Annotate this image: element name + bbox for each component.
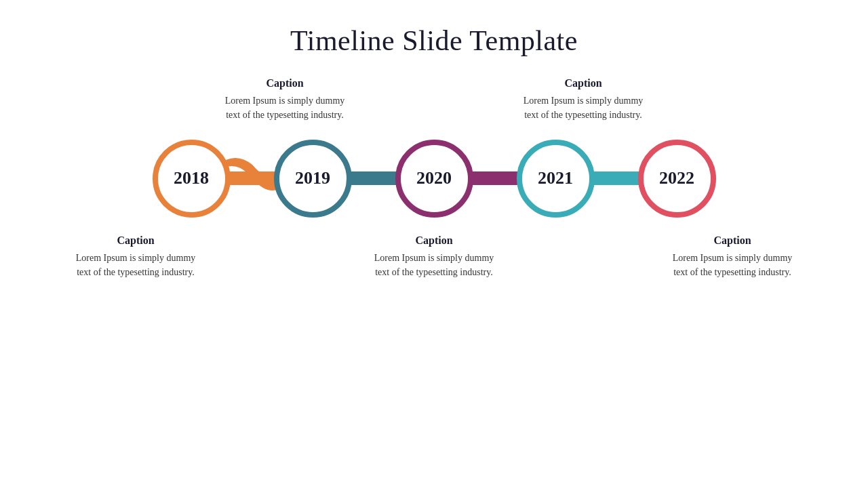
bottom-caption-2: Caption Lorem Ipsum is simply dummy text… [366,235,502,279]
top-caption-1: Caption Lorem Ipsum is simply dummy text… [217,77,353,122]
timeline-row: 2018 2019 2020 [34,134,834,222]
node-2019: 2019 [274,140,352,218]
node-2018: 2018 [153,140,231,218]
node-2021: 2021 [517,140,595,218]
top-caption-1-text: Lorem Ipsum is simply dummy text of the … [217,94,353,122]
bottom-caption-1-title: Caption [68,235,203,247]
bottom-caption-1-text: Lorem Ipsum is simply dummy text of the … [68,251,203,279]
bottom-caption-1: Caption Lorem Ipsum is simply dummy text… [68,235,203,279]
page-title: Timeline Slide Template [290,24,578,57]
bottom-caption-2-title: Caption [366,235,502,247]
bottom-caption-3: Caption Lorem Ipsum is simply dummy text… [665,235,800,279]
timeline-wrapper: Caption Lorem Ipsum is simply dummy text… [34,77,834,279]
node-2022: 2022 [638,140,716,218]
node-2020: 2020 [395,140,473,218]
top-caption-2: Caption Lorem Ipsum is simply dummy text… [515,77,651,122]
top-captions-row: Caption Lorem Ipsum is simply dummy text… [34,77,834,122]
bottom-caption-2-text: Lorem Ipsum is simply dummy text of the … [366,251,502,279]
top-caption-1-title: Caption [217,77,353,89]
bottom-caption-3-title: Caption [665,235,800,247]
top-caption-2-title: Caption [515,77,651,89]
bottom-captions-row: Caption Lorem Ipsum is simply dummy text… [34,235,834,279]
bottom-caption-3-text: Lorem Ipsum is simply dummy text of the … [665,251,800,279]
top-caption-2-text: Lorem Ipsum is simply dummy text of the … [515,94,651,122]
